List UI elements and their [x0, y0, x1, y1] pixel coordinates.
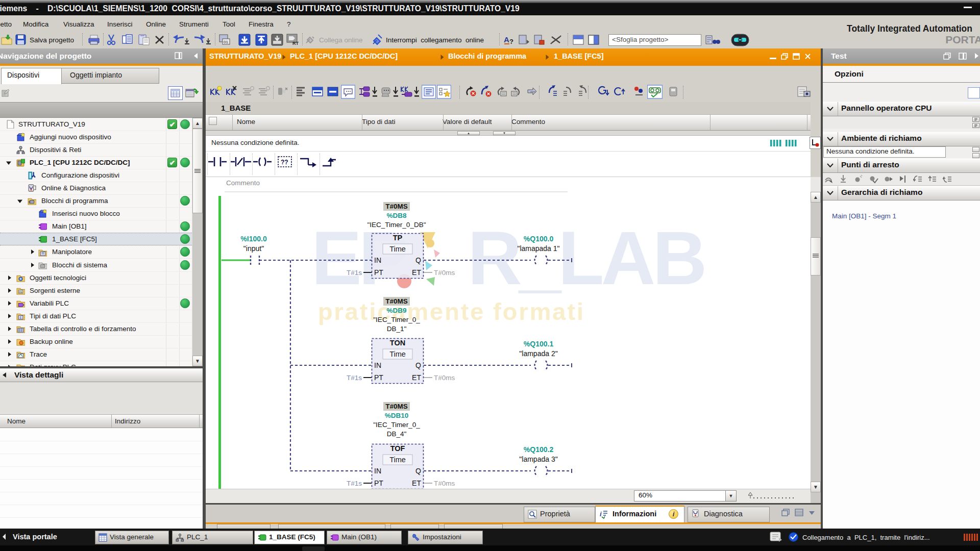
svg-text:TOF: TOF — [390, 444, 405, 453]
svg-text:01: 01 — [224, 40, 228, 44]
svg-text:?: ? — [509, 38, 513, 45]
svg-text:T#1s: T#1s — [347, 480, 362, 487]
svg-text:"IEC_Timer_0_: "IEC_Timer_0_ — [373, 421, 420, 429]
svg-text:T#0MS: T#0MS — [385, 203, 408, 210]
svg-text:IN: IN — [374, 467, 381, 475]
svg-text:Time: Time — [389, 456, 406, 464]
svg-text:TP: TP — [393, 234, 403, 242]
svg-text:%DB9: %DB9 — [386, 307, 406, 314]
svg-text:T#0MS: T#0MS — [385, 297, 408, 305]
svg-text:i: i — [600, 510, 602, 518]
svg-text:T#0MS: T#0MS — [385, 403, 408, 410]
svg-text:IN: IN — [374, 361, 381, 369]
svg-text:T#1s: T#1s — [347, 269, 362, 277]
svg-text:Q: Q — [415, 467, 421, 475]
svg-text:Time: Time — [389, 245, 406, 253]
svg-text:Commento: Commento — [226, 179, 260, 187]
svg-text:IN: IN — [374, 256, 381, 264]
svg-text:%DB10: %DB10 — [385, 412, 409, 419]
svg-text:ET: ET — [412, 268, 421, 277]
svg-text:"input": "input" — [243, 244, 264, 253]
svg-text:RT: RT — [292, 41, 299, 46]
svg-text:TON: TON — [390, 339, 405, 347]
svg-text:"lampada 3": "lampada 3" — [519, 455, 557, 463]
svg-text:T#0ms: T#0ms — [434, 480, 455, 487]
svg-text:"lamapada 1": "lamapada 1" — [517, 244, 559, 253]
svg-text:DB_1": DB_1" — [387, 325, 407, 333]
svg-text:"IEC_Timer_0_: "IEC_Timer_0_ — [373, 316, 420, 323]
svg-text:A: A — [504, 35, 509, 44]
svg-text:%Q100.2: %Q100.2 — [524, 445, 554, 454]
svg-text:DB_4": DB_4" — [387, 430, 407, 438]
svg-text:%Q100.1: %Q100.1 — [524, 340, 554, 348]
svg-text:"IEC_Timer_0_DB": "IEC_Timer_0_DB" — [368, 221, 426, 229]
svg-text:T#0ms: T#0ms — [434, 374, 455, 382]
svg-text:T#1s: T#1s — [347, 374, 362, 382]
svg-text:??: ?? — [281, 159, 288, 166]
svg-text:praticamente formati: praticamente formati — [318, 298, 583, 325]
svg-text:E: E — [19, 316, 21, 319]
svg-text:PT: PT — [374, 268, 383, 277]
svg-text:%I100.0: %I100.0 — [240, 235, 267, 243]
svg-text:"lampada 2": "lampada 2" — [519, 349, 557, 358]
svg-text:R_LAB: R_LAB — [468, 216, 704, 300]
svg-text:PT: PT — [374, 373, 383, 382]
svg-text:Q: Q — [415, 256, 421, 264]
svg-text:%Q100.0: %Q100.0 — [524, 235, 554, 243]
svg-text:ET: ET — [412, 479, 421, 487]
svg-text:T#0ms: T#0ms — [434, 269, 455, 277]
svg-text:Time: Time — [389, 350, 406, 358]
svg-text:ET: ET — [412, 373, 421, 382]
svg-text:PT: PT — [374, 479, 383, 487]
svg-text:%DB8: %DB8 — [386, 212, 407, 219]
svg-text:Q: Q — [415, 361, 421, 369]
svg-text:01: 01 — [19, 290, 22, 293]
